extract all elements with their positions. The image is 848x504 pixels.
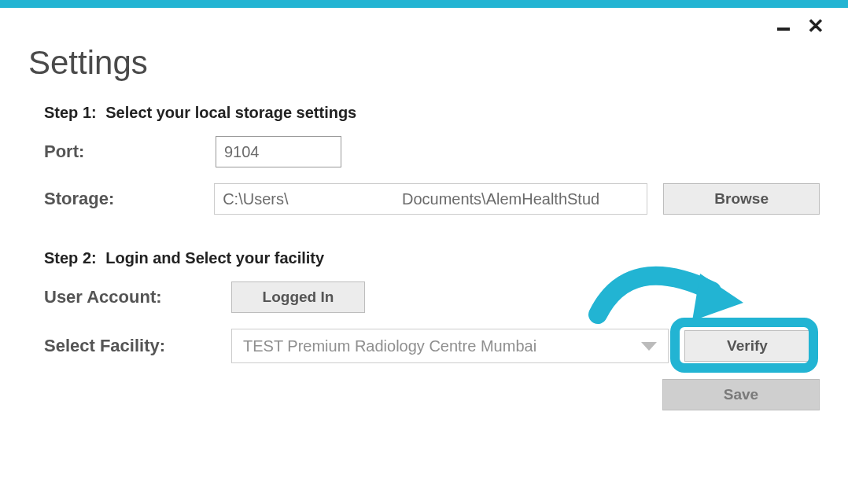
port-input[interactable] — [216, 136, 341, 167]
logged-in-button[interactable]: Logged In — [231, 281, 365, 313]
select-facility-row: Select Facility: TEST Premium Radiology … — [44, 329, 820, 363]
verify-button[interactable]: Verify — [684, 330, 810, 362]
browse-button[interactable]: Browse — [663, 183, 820, 215]
step1-label: Step 1: — [44, 104, 97, 121]
storage-row: Storage: Browse — [44, 183, 820, 215]
close-button[interactable]: ✕ — [807, 16, 824, 36]
window-topbar — [0, 0, 848, 8]
settings-content: Step 1: Select your local storage settin… — [0, 82, 848, 363]
step2-label: Step 2: — [44, 249, 97, 267]
user-account-label: User Account: — [44, 287, 225, 307]
step2-text: Login and Select your facility — [105, 249, 324, 267]
window-controls: ✕ — [777, 16, 824, 36]
port-label: Port: — [44, 142, 209, 162]
step1-text: Select your local storage settings — [105, 104, 356, 121]
facility-select[interactable]: TEST Premium Radiology Centre Mumbai — [231, 329, 669, 363]
save-button: Save — [662, 379, 820, 410]
step2-heading: Step 2: Login and Select your facility — [44, 249, 820, 267]
user-account-row: User Account: Logged In — [44, 281, 820, 313]
minimize-button[interactable] — [777, 28, 790, 31]
step2-block: Step 2: Login and Select your facility U… — [44, 249, 820, 363]
port-row: Port: — [44, 136, 820, 167]
chevron-down-icon — [641, 342, 657, 351]
save-row: Save — [0, 379, 848, 410]
page-title: Settings — [0, 8, 848, 82]
step1-heading: Step 1: Select your local storage settin… — [44, 104, 820, 122]
select-facility-label: Select Facility: — [44, 336, 225, 356]
facility-value: TEST Premium Radiology Centre Mumbai — [243, 337, 536, 355]
storage-input[interactable] — [214, 183, 647, 215]
storage-label: Storage: — [44, 189, 208, 209]
